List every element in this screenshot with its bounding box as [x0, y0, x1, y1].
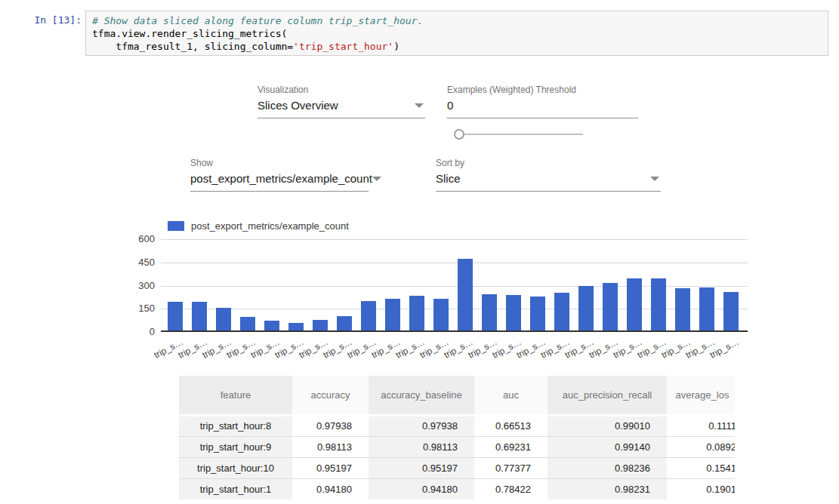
- bar[interactable]: [409, 296, 424, 330]
- table-row: trip_start_hour:90.981130.981130.692310.…: [179, 436, 735, 457]
- table-cell: trip_start_hour:8: [179, 415, 292, 436]
- column-header[interactable]: feature: [179, 376, 292, 415]
- column-header[interactable]: accuracy_baseline: [369, 376, 474, 415]
- column-header[interactable]: accuracy: [292, 376, 369, 415]
- bar[interactable]: [554, 293, 569, 330]
- bar[interactable]: [675, 288, 690, 330]
- y-axis-label: 300: [121, 280, 155, 292]
- y-axis-label: 0: [121, 326, 155, 338]
- show-label: Show: [190, 158, 369, 168]
- y-axis-label: 600: [121, 233, 155, 245]
- metrics-table: featureaccuracyaccuracy_baselineaucauc_p…: [179, 376, 735, 499]
- bar[interactable]: [361, 301, 376, 330]
- bar[interactable]: [723, 292, 739, 330]
- table-cell: trip_start_hour:9: [179, 436, 292, 457]
- slider-track[interactable]: [464, 134, 583, 135]
- table-cell: 0.1901: [667, 478, 735, 499]
- code-string: 'trip_start_hour': [293, 41, 393, 52]
- plot-area: [161, 239, 748, 332]
- table-cell: 0.99140: [548, 436, 667, 457]
- bar[interactable]: [168, 302, 183, 330]
- table-row: trip_start_hour:10.941800.941800.784220.…: [179, 478, 735, 499]
- table-cell: 0.98231: [548, 478, 667, 499]
- visualization-value: Slices Overview: [258, 99, 338, 112]
- legend-label: post_export_metrics/example_count: [191, 220, 349, 232]
- sort-by-label: Sort by: [436, 158, 661, 168]
- bar[interactable]: [627, 278, 642, 330]
- chevron-down-icon[interactable]: [372, 177, 381, 181]
- bar[interactable]: [288, 323, 304, 330]
- slices-bar-chart: post_export_metrics/example_count 015030…: [121, 215, 800, 366]
- table-cell: 0.66513: [474, 415, 548, 436]
- x-axis-line: [161, 330, 748, 332]
- bar[interactable]: [603, 283, 618, 330]
- show-value: post_export_metrics/example_count: [190, 172, 372, 186]
- table-row: trip_start_hour:100.951970.951970.773770…: [179, 457, 735, 478]
- table-header-row: featureaccuracyaccuracy_baselineaucauc_p…: [179, 376, 735, 415]
- code-editor[interactable]: # Show data sliced along feature column …: [85, 11, 828, 56]
- table-row: trip_start_hour:80.979380.979380.665130.…: [179, 415, 735, 436]
- table-cell: 0.99010: [548, 415, 667, 436]
- bar[interactable]: [385, 299, 400, 330]
- bar[interactable]: [192, 302, 207, 330]
- threshold-label: Examples (Weighted) Threshold: [447, 85, 638, 95]
- slider-handle[interactable]: [454, 129, 464, 140]
- bar[interactable]: [482, 294, 497, 330]
- table-cell: 0.1541: [667, 457, 735, 478]
- y-axis-label: 150: [121, 303, 155, 315]
- column-header[interactable]: auc: [474, 376, 548, 415]
- table-cell: 0.94180: [369, 478, 474, 499]
- table-cell: 0.97938: [292, 415, 369, 436]
- threshold-input[interactable]: Examples (Weighted) Threshold 0: [447, 85, 638, 118]
- threshold-slider[interactable]: [454, 128, 583, 140]
- gridline: [161, 263, 748, 263]
- y-axis-label: 450: [121, 257, 155, 269]
- metrics-table-container: featureaccuracyaccuracy_baselineaucauc_p…: [179, 376, 735, 504]
- bar[interactable]: [313, 320, 328, 330]
- table-body: trip_start_hour:80.979380.979380.665130.…: [179, 415, 735, 499]
- code-comment: # Show data sliced along feature column …: [92, 15, 423, 26]
- bar[interactable]: [240, 317, 255, 330]
- table-cell: 0.78422: [474, 478, 548, 499]
- bar[interactable]: [506, 295, 521, 330]
- visualization-label: Visualization: [258, 85, 425, 95]
- column-header[interactable]: auc_precision_recall: [548, 376, 667, 415]
- bar[interactable]: [216, 308, 231, 330]
- chevron-down-icon[interactable]: [415, 103, 424, 108]
- table-cell: 0.95197: [369, 457, 474, 478]
- bar[interactable]: [264, 321, 279, 330]
- column-header[interactable]: average_los: [667, 376, 735, 415]
- bar[interactable]: [578, 286, 594, 330]
- chevron-down-icon[interactable]: [650, 177, 659, 181]
- code-line-2: tfma.view.render_slicing_metrics(: [92, 28, 287, 39]
- bar[interactable]: [651, 278, 666, 330]
- table-cell: 0.77377: [474, 457, 548, 478]
- table-cell: 0.98113: [369, 436, 474, 457]
- table-cell: 0.0892: [667, 436, 735, 457]
- cell-prompt: In [13]:: [15, 14, 82, 26]
- bar[interactable]: [458, 259, 473, 330]
- notebook-page: In [13]: # Show data sliced along featur…: [0, 0, 839, 504]
- table-cell: trip_start_hour:1: [179, 478, 292, 499]
- table-cell: 0.94180: [292, 478, 369, 499]
- bar[interactable]: [433, 299, 449, 330]
- show-metric-dropdown[interactable]: Show post_export_metrics/example_count: [190, 158, 369, 192]
- visualization-dropdown[interactable]: Visualization Slices Overview: [258, 85, 425, 118]
- threshold-value: 0: [447, 99, 453, 112]
- chart-legend: post_export_metrics/example_count: [168, 220, 349, 232]
- table-cell: 0.69231: [474, 436, 548, 457]
- sort-by-dropdown[interactable]: Sort by Slice: [436, 158, 661, 192]
- sort-by-value: Slice: [436, 172, 461, 186]
- code-line-3: tfma_result_1, slicing_column='trip_star…: [92, 41, 399, 52]
- table-cell: 0.95197: [292, 457, 369, 478]
- table-cell: 0.97938: [369, 415, 474, 436]
- bar[interactable]: [337, 316, 352, 330]
- table-cell: trip_start_hour:10: [179, 457, 292, 478]
- table-cell: 0.98113: [292, 436, 369, 457]
- bar[interactable]: [530, 297, 545, 330]
- bar[interactable]: [699, 287, 714, 330]
- table-cell: 0.1111: [667, 415, 735, 436]
- code-content: # Show data sliced along feature column …: [92, 14, 822, 53]
- table-cell: 0.98236: [548, 457, 667, 478]
- legend-swatch: [168, 221, 184, 231]
